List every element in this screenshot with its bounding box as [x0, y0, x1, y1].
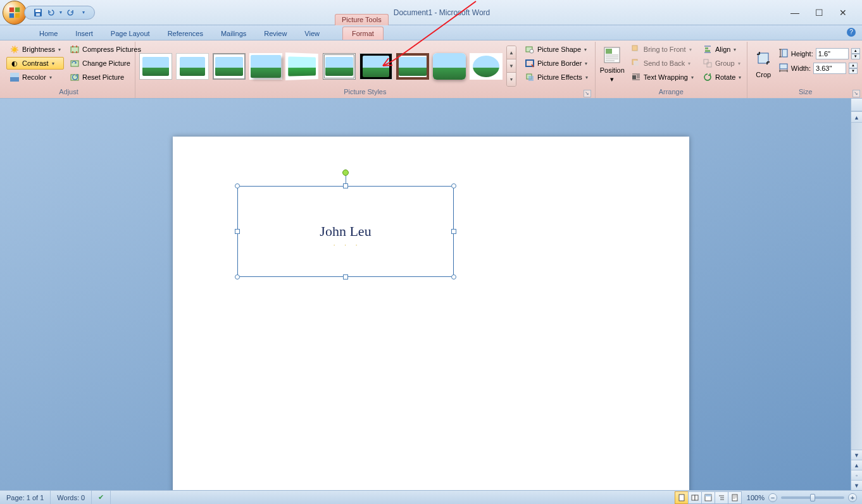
handle-r[interactable] — [451, 229, 456, 234]
style-thumb-5[interactable] — [285, 52, 318, 80]
group-label-adjust: Adjust — [6, 88, 131, 98]
full-screen-view-icon[interactable] — [688, 491, 702, 504]
style-thumb-2[interactable] — [176, 53, 209, 80]
height-label: Height: — [791, 50, 813, 58]
prev-page-icon[interactable]: ▲ — [851, 460, 862, 470]
handle-tl[interactable] — [235, 183, 240, 188]
compress-pictures-button[interactable]: Compress Pictures — [66, 43, 144, 56]
tab-page-layout[interactable]: Page Layout — [102, 27, 159, 40]
svg-rect-2 — [9, 13, 14, 17]
recolor-button[interactable]: Recolor▾ — [6, 71, 64, 83]
vertical-scrollbar[interactable]: ▲ ▼ ▲ ◦ ▼ — [851, 99, 862, 490]
tab-home[interactable]: Home — [30, 27, 66, 40]
draft-view-icon[interactable] — [728, 491, 742, 504]
undo-icon[interactable] — [46, 8, 55, 17]
tab-references[interactable]: References — [159, 27, 212, 40]
text-wrapping-button[interactable]: Text Wrapping▾ — [628, 71, 697, 83]
zoom-slider[interactable] — [781, 496, 844, 499]
width-input[interactable] — [813, 63, 846, 74]
handle-tr[interactable] — [451, 183, 456, 188]
crop-label: Crop — [756, 71, 771, 78]
print-layout-view-icon[interactable] — [675, 491, 689, 504]
svg-rect-20 — [632, 46, 637, 51]
style-thumb-3[interactable] — [213, 53, 246, 80]
send-to-back-button[interactable]: Send to Back▾ — [628, 57, 697, 70]
compress-label: Compress Pictures — [82, 46, 141, 53]
style-thumb-4[interactable] — [249, 53, 282, 80]
tab-review[interactable]: Review — [255, 27, 296, 40]
status-page[interactable]: Page: 1 of 1 — [0, 491, 51, 504]
gallery-down-icon[interactable]: ▼ — [507, 59, 516, 73]
qat-customize-icon[interactable]: ▾ — [79, 8, 88, 17]
handle-l[interactable] — [235, 229, 240, 234]
help-icon[interactable]: ? — [847, 28, 856, 37]
office-button[interactable] — [3, 1, 27, 25]
height-input[interactable] — [816, 48, 849, 59]
page[interactable]: John Leu · · · — [173, 137, 689, 490]
crop-icon — [753, 49, 773, 70]
rotate-handle[interactable] — [342, 169, 349, 176]
zoom-controls: 100% − + — [742, 493, 862, 502]
status-proofing[interactable]: ✔ — [92, 491, 111, 504]
width-spinner[interactable]: ▲▼ — [849, 63, 858, 74]
brightness-button[interactable]: ☀️Brightness▾ — [6, 43, 64, 56]
send-back-label: Send to Back — [644, 59, 685, 67]
reset-picture-button[interactable]: Reset Picture — [66, 71, 144, 83]
web-layout-view-icon[interactable] — [701, 491, 715, 504]
svg-rect-32 — [692, 495, 695, 500]
status-words[interactable]: Words: 0 — [51, 491, 92, 504]
bring-to-front-button[interactable]: Bring to Front▾ — [628, 43, 697, 56]
reset-label: Reset Picture — [82, 73, 124, 81]
contrast-label: Contrast — [22, 59, 49, 67]
position-button[interactable]: Position▾ — [599, 43, 625, 85]
gallery-more-icon[interactable]: ▾ — [507, 73, 516, 86]
zoom-out-button[interactable]: − — [768, 493, 777, 502]
handle-t[interactable] — [343, 183, 348, 188]
style-thumb-7[interactable] — [359, 53, 392, 80]
outline-view-icon[interactable] — [715, 491, 728, 504]
style-thumb-8[interactable] — [396, 53, 429, 80]
scroll-down-icon[interactable]: ▼ — [851, 450, 862, 460]
minimize-button[interactable]: — — [789, 8, 801, 18]
picture-effects-button[interactable]: Picture Effects▾ — [522, 71, 591, 83]
view-buttons — [675, 491, 742, 504]
zoom-level[interactable]: 100% — [747, 494, 765, 501]
picture-border-button[interactable]: Picture Border▾ — [522, 57, 591, 70]
handle-b[interactable] — [343, 274, 348, 280]
close-button[interactable]: ✕ — [837, 8, 849, 18]
crop-button[interactable]: Crop — [751, 43, 776, 85]
tab-format[interactable]: Format — [342, 27, 384, 40]
styles-launcher-icon[interactable]: ↘ — [584, 90, 591, 97]
style-thumb-6[interactable] — [323, 53, 356, 80]
style-thumb-1[interactable] — [139, 53, 172, 80]
size-launcher-icon[interactable]: ↘ — [853, 90, 860, 97]
picture-shape-icon — [525, 44, 535, 54]
svg-point-13 — [530, 49, 534, 53]
zoom-in-button[interactable]: + — [848, 493, 857, 502]
scroll-up-icon[interactable]: ▲ — [851, 111, 862, 123]
handle-bl[interactable] — [235, 274, 240, 280]
style-thumb-10[interactable] — [470, 53, 503, 80]
height-spinner[interactable]: ▲▼ — [851, 48, 860, 59]
tab-insert[interactable]: Insert — [66, 27, 102, 40]
tab-mailings[interactable]: Mailings — [212, 27, 255, 40]
redo-icon[interactable] — [66, 8, 75, 17]
browse-object-icon[interactable]: ◦ — [851, 470, 862, 480]
rotate-button[interactable]: Rotate▾ — [699, 71, 744, 83]
status-bar: Page: 1 of 1 Words: 0 ✔ 100% − + — [0, 490, 862, 504]
tab-view[interactable]: View — [296, 27, 328, 40]
style-thumb-9[interactable] — [433, 53, 466, 80]
selected-picture[interactable]: John Leu · · · — [232, 181, 459, 282]
group-button[interactable]: Group▾ — [699, 57, 744, 70]
align-button[interactable]: Align▾ — [699, 43, 744, 56]
change-picture-button[interactable]: Change Picture — [66, 57, 144, 70]
ruler-toggle[interactable] — [851, 99, 862, 111]
handle-br[interactable] — [451, 274, 456, 280]
undo-dropdown-icon[interactable]: ▼ — [59, 8, 63, 17]
contrast-button[interactable]: ◐Contrast▾ — [6, 57, 64, 70]
gallery-up-icon[interactable]: ▲ — [507, 46, 516, 59]
maximize-button[interactable]: ☐ — [813, 8, 825, 18]
next-page-icon[interactable]: ▼ — [851, 480, 862, 490]
save-icon[interactable] — [34, 8, 42, 17]
picture-shape-button[interactable]: Picture Shape▾ — [522, 43, 591, 56]
